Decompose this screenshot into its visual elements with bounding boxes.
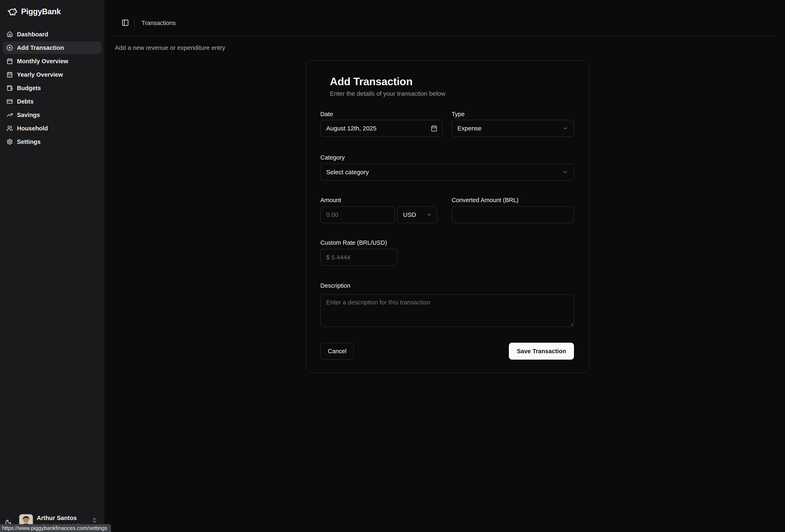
sidebar-item-label: Dashboard [17,31,48,38]
type-select[interactable]: Expense [452,120,574,137]
category-label: Category [320,154,345,161]
amount-label: Amount [320,197,341,204]
description-label: Description [320,282,350,289]
main-content: Transactions Add a new revenue or expend… [104,0,785,532]
sidebar: PiggyBank Dashboard Add Transaction Mont… [0,0,104,532]
brand-name: PiggyBank [21,7,61,16]
custom-rate-input[interactable] [320,249,397,266]
gear-icon [7,139,13,145]
card-subtitle: Enter the details of your transaction be… [330,90,446,97]
circle-plus-icon [7,45,13,51]
chevron-down-icon [426,212,432,218]
date-field [320,120,443,137]
credit-card-icon [7,98,13,105]
sidebar-item-label: Add Transaction [17,45,64,51]
sidebar-item-budgets[interactable]: Budgets [3,82,101,94]
date-label: Date [320,111,333,118]
type-select-value: Expense [457,125,482,132]
sidebar-item-label: Household [17,125,48,132]
converted-amount-label: Converted Amount (BRL) [452,197,518,204]
topbar-divider [114,35,775,36]
card-title: Add Transaction [330,75,412,87]
currency-select-value: USD [403,211,416,218]
sidebar-item-label: Debts [17,98,34,105]
user-name: Arthur Santos [37,515,77,522]
sidebar-item-label: Settings [17,138,41,145]
category-select-value: Select category [326,169,369,176]
chevron-down-icon [562,125,568,131]
trending-up-icon [7,112,13,118]
sidebar-item-label: Monthly Overview [17,58,68,65]
link-preview-tooltip: https://www.piggybankfinances.com/settin… [0,524,111,532]
cancel-button[interactable]: Cancel [320,343,354,360]
chevron-down-icon [562,169,568,175]
sidebar-item-monthly-overview[interactable]: Monthly Overview [3,55,101,67]
piggybank-app: PiggyBank Dashboard Add Transaction Mont… [0,0,785,532]
panel-left-icon [122,19,130,26]
sidebar-item-household[interactable]: Household [3,122,101,134]
wallet-icon [7,85,13,91]
calendar-days-icon [7,72,13,78]
chevrons-up-down-icon [91,517,98,523]
sidebar-nav: Dashboard Add Transaction Monthly Overvi… [3,28,101,148]
category-select[interactable]: Select category [320,164,574,181]
brand-logo: PiggyBank [7,7,61,17]
sidebar-item-savings[interactable]: Savings [3,109,101,121]
sidebar-item-yearly-overview[interactable]: Yearly Overview [3,69,101,81]
date-input[interactable] [320,120,443,137]
sidebar-item-add-transaction[interactable]: Add Transaction [3,42,101,54]
calendar-icon [7,58,13,64]
amount-input[interactable] [320,206,395,223]
save-transaction-button[interactable]: Save Transaction [509,343,574,360]
custom-rate-label: Custom Rate (BRL/USD) [320,239,387,246]
sidebar-toggle-button[interactable] [122,19,130,27]
piggy-bank-icon [7,7,17,17]
sidebar-item-settings[interactable]: Settings [3,135,101,148]
breadcrumb[interactable]: Transactions [142,20,176,26]
page-subtitle: Add a new revenue or expenditure entry [115,44,225,51]
converted-amount-input[interactable] [452,206,574,223]
currency-select[interactable]: USD [397,206,437,223]
sidebar-item-label: Savings [17,111,40,119]
sidebar-item-label: Budgets [17,85,41,92]
description-textarea[interactable] [320,294,574,327]
add-transaction-card: Add Transaction Enter the details of you… [306,60,589,373]
topbar-separator [134,18,134,28]
sidebar-item-label: Yearly Overview [17,71,63,78]
sidebar-item-dashboard[interactable]: Dashboard [3,28,101,41]
home-icon [7,31,13,37]
users-icon [7,125,13,131]
type-label: Type [452,111,465,118]
sidebar-item-debts[interactable]: Debts [3,95,101,108]
